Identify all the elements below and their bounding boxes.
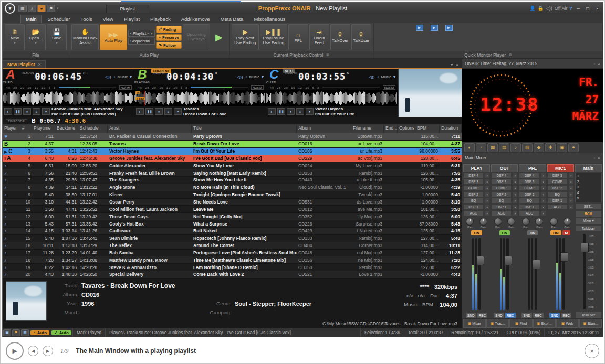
knob-pan[interactable] [550,218,558,226]
dsp-dropdown-icon[interactable]: ▾ [484,191,490,197]
column-header-5[interactable]: Artist [108,125,192,133]
dsp-button[interactable]: DSP 4 [491,173,512,178]
window-tab-playlist[interactable]: Playlist [106,5,150,13]
speaker-icon[interactable]: ◁)) [546,6,552,11]
talkover-button[interactable]: 🎙TalkOver [330,24,350,50]
playlist-row[interactable]: ♪135:4357:3113:35:42Cooly's Hot-BoxWhat … [3,220,462,228]
fader[interactable] [562,238,565,310]
dsp-button[interactable]: AGC [547,204,568,210]
mixer-tab-expl[interactable]: ▣Expl... [533,319,556,328]
open-button[interactable]: 📂Open...▾ [26,24,46,50]
dsp-button[interactable]: EQ [463,198,484,204]
dsp-dropdown-icon[interactable]: ▾ [512,173,518,178]
monitor-player-icon[interactable]: ▶ [416,25,423,31]
talkover-button[interactable]: TalkOver [575,312,602,318]
dsp-button[interactable]: DSP 1 [547,198,568,204]
on-button[interactable]: ON [471,230,482,235]
on-button[interactable]: ON [499,230,510,235]
dsp-dropdown-icon[interactable]: ▾ [484,210,490,216]
fader-handle[interactable] [560,252,568,262]
fader-handle[interactable] [533,260,540,269]
dsp-button[interactable]: DSP 4 [519,173,539,178]
column-header-11[interactable]: BPM [415,125,440,133]
mark-played-label[interactable]: Mark Played [72,328,105,337]
column-header-0[interactable]: Player [3,125,20,133]
ribbon-tab-view[interactable]: View [98,15,118,23]
deck-note-icon[interactable]: ♪ [377,74,379,79]
rec-button[interactable]: REC [505,313,516,318]
dsp-button[interactable]: DSP 3 [463,179,484,185]
playlist-row[interactable]: ▶C33:554:3112:42:43Victor HaynesI'm Out … [3,148,462,155]
deck-transport-button[interactable]: ● [287,108,295,115]
talkuser-button[interactable]: 🎙TalkUser [351,24,371,50]
dsp-button[interactable]: AGC [491,210,512,216]
main-slot[interactable]: 1. [577,174,600,179]
dsp-button[interactable]: COMP [463,185,484,191]
column-header-2[interactable]: Playtime [32,125,55,133]
playlist-row[interactable]: ♪95:4038:5013:17:01KleeerTonight [Opolop… [3,191,462,199]
column-header-8[interactable]: Filename [351,125,384,133]
save-button[interactable]: 💾Save▾ [47,24,67,50]
fader[interactable] [478,238,481,310]
new-button[interactable]: 🗎New▾ [5,24,25,50]
minimize-button[interactable]: ─ [575,5,582,12]
follow-toggle[interactable]: ↷Follow [156,42,182,49]
dsp-button[interactable]: EQ [519,198,539,204]
deck-transport-button[interactable]: ▸ [136,108,144,115]
rec-button[interactable]: REC [561,313,571,318]
next-image-button[interactable]: ▶ [43,346,53,356]
panel-pin-icon[interactable]: ▫ [593,61,595,66]
fader[interactable] [506,238,509,310]
deck-menu-icon[interactable]: ▾ [393,74,395,79]
deck-transport-button[interactable]: ❚❚ [277,108,285,115]
fader-handle[interactable] [581,243,589,252]
deck-menu-icon[interactable]: ▾ [262,74,264,79]
dsp-dropdown-icon[interactable]: ▾ [484,198,490,204]
deck-transport-button[interactable]: ≡ [164,108,172,115]
dsp-button[interactable]: EQ [547,191,568,197]
column-header-3[interactable]: Backtime [55,125,78,133]
column-header-4[interactable]: Schedule [78,125,108,133]
talkuser-button[interactable]: TalkUser [575,225,602,232]
main-slot[interactable]: 3. [577,185,600,190]
column-header-9[interactable]: End ... [384,125,398,133]
dsp-button[interactable]: DSP 2 [547,185,568,191]
snd-button[interactable]: SND [494,313,504,318]
ribbon-tab-playback[interactable]: Playback [145,15,175,23]
deck-transport-button[interactable]: ● [23,108,31,115]
play-pause-use-fading-button[interactable]: ▶❚❚Play/Pause Use Fading [260,24,287,50]
lock-icon[interactable]: 🔒 [538,6,544,11]
close-button[interactable]: × [593,5,601,12]
playlist-row[interactable]: ♪126:0051:3113:29:42Those Disco GuysNot … [3,213,462,220]
dsp-button[interactable]: DSP 2 [463,191,484,197]
status-grid-icon[interactable]: ▦ [21,329,29,336]
knob-pan[interactable] [522,218,530,226]
ribbon-tab-miscellaneous[interactable]: Miscellaneous [249,15,290,23]
slideshow-play-button[interactable]: ▶ [6,342,24,360]
dsp-dropdown-icon[interactable]: ▾ [568,191,574,197]
dsp-dropdown-icon[interactable]: ▾ [568,204,574,210]
audio-icon[interactable]: ♪ [28,5,36,12]
playlist-row[interactable]: ♪187:201:34:5714:13:08Matthew Bandy pres… [3,256,462,264]
quick-icon-0[interactable]: ◐ [464,143,475,152]
quick-icon-5[interactable]: ▨ [522,143,533,152]
column-header-12[interactable]: Duration [440,125,462,133]
deck-speaker-icon[interactable]: ◁)) [369,74,374,79]
fader-handle[interactable] [476,256,484,265]
dsp-button[interactable]: COMP [519,185,539,191]
playlist-row[interactable]: ♪144:151:03:1413:41:26GuilbeauxButt Nake… [3,228,462,235]
dsp-dropdown-icon[interactable]: ▾ [484,204,490,210]
playlist-row[interactable]: ♪103:1044:3113:22:42Oscar PerryShe Needs… [3,199,462,206]
dsp-dropdown-icon[interactable]: ▾ [540,198,546,204]
mixer-tab-web[interactable]: ▣Web [556,319,579,328]
waveform[interactable]: InFade [134,90,266,106]
tablist-dropdown-icon[interactable]: ▾ [451,62,453,67]
snd-button[interactable]: SND [466,313,476,318]
flag-icon[interactable]: ⚑ [47,5,55,12]
strip-header[interactable]: MIC1 [547,164,574,172]
dsp-dropdown-icon[interactable]: ▾ [512,198,518,204]
panel-close-icon[interactable]: × [598,156,600,160]
auto-toggle-1[interactable]: ◔Auto [30,330,49,335]
prev-image-button[interactable]: ◀ [28,346,38,356]
pfl-button[interactable]: ∩PFL [288,24,308,50]
